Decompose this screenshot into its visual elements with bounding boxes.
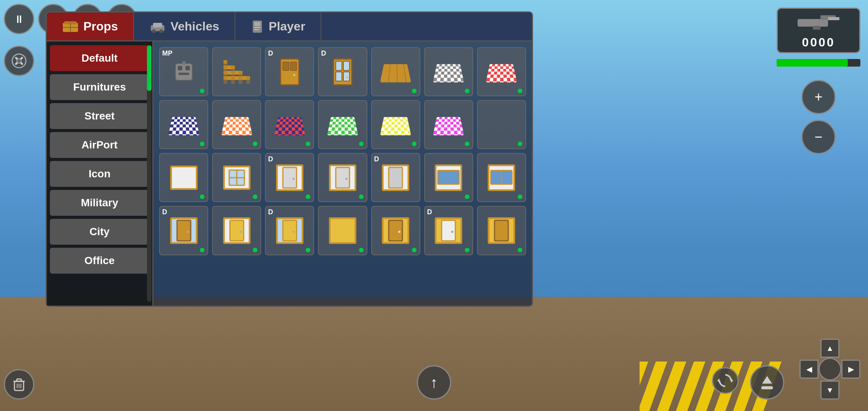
item-checker-bw2[interactable] (159, 100, 208, 149)
rotate-button[interactable] (712, 367, 739, 394)
svg-rect-97 (389, 220, 402, 241)
checker-orange-preview (221, 117, 252, 135)
item-door-yellow-d3[interactable]: D (424, 206, 473, 255)
item-yellow-door-frame[interactable] (371, 206, 420, 255)
window-frame-icon (223, 166, 251, 190)
wall-white-icon (170, 166, 198, 190)
item-yellow-panel[interactable] (318, 206, 367, 255)
item-dot (465, 194, 469, 199)
svg-rect-95 (330, 218, 356, 243)
sidebar-item-icon-label: Icon (89, 168, 111, 180)
item-wood-floor[interactable] (371, 47, 420, 96)
checker-bw2-preview (168, 117, 199, 135)
sidebar-item-airport[interactable]: AirPort (50, 132, 149, 158)
door-wall-d-icon (276, 164, 303, 191)
trash-button[interactable] (4, 369, 34, 400)
dpad-left[interactable]: ◀ (799, 360, 819, 379)
item-stairs[interactable] (212, 47, 261, 96)
dpad-down[interactable]: ▼ (820, 381, 839, 400)
sidebar-item-furnitures[interactable]: Furnitures (50, 74, 149, 100)
tab-props[interactable]: Props (47, 13, 134, 40)
zoom-out-button[interactable]: − (801, 120, 836, 154)
vehicles-icon (149, 20, 166, 33)
door-wall2-icon (329, 164, 356, 191)
svg-rect-42 (254, 22, 260, 26)
sidebar-item-default-label: Default (81, 52, 118, 64)
item-door-wall2[interactable] (318, 153, 367, 202)
item-door-blue-d[interactable]: D (159, 206, 208, 255)
item-blue-window2[interactable] (477, 153, 526, 202)
item-dot (306, 142, 310, 146)
dpad: ▲ ▼ ◀ ▶ (799, 339, 860, 400)
item-badge-d2: D (321, 49, 326, 57)
health-bar-container (777, 59, 860, 67)
tab-player-label: Player (269, 19, 305, 33)
sidebar-item-military-label: Military (81, 197, 118, 209)
item-checker-gw[interactable] (318, 100, 367, 149)
svg-rect-57 (246, 76, 250, 84)
sidebar-item-default[interactable]: Default (50, 45, 149, 71)
dpad-right[interactable]: ▶ (841, 360, 860, 379)
item-wall-white[interactable] (159, 153, 208, 202)
svg-point-61 (293, 74, 295, 76)
item-dot (465, 248, 469, 252)
upload-button[interactable] (750, 365, 784, 400)
item-window-frame[interactable] (212, 153, 261, 202)
tool-button[interactable] (4, 46, 34, 76)
item-checker-yw[interactable] (371, 100, 420, 149)
sidebar-item-military[interactable]: Military (50, 190, 149, 216)
item-checker-rb[interactable] (265, 100, 314, 149)
svg-point-78 (345, 178, 348, 180)
items-grid: MP (153, 41, 532, 306)
player-tab-icon (251, 20, 264, 33)
sidebar-scrollbar[interactable] (147, 45, 152, 302)
dpad-container: ▲ ▼ ◀ ▶ (799, 339, 860, 400)
sidebar-item-office[interactable]: Office (50, 248, 149, 274)
item-dot (200, 142, 204, 146)
yellow-panel-icon (329, 217, 356, 244)
item-dot (518, 248, 522, 252)
item-door-glass[interactable]: D (318, 47, 367, 96)
sidebar-item-city[interactable]: City (50, 219, 149, 245)
svg-rect-46 (178, 66, 182, 70)
item-checker-bw[interactable] (424, 47, 473, 96)
item-yellow-door4[interactable] (477, 206, 526, 255)
svg-rect-54 (223, 60, 227, 84)
door-yellow-panel-icon (223, 217, 251, 244)
wood-floor-preview (380, 64, 411, 82)
svg-rect-63 (336, 61, 342, 70)
item-dot (253, 142, 257, 146)
item-door-brown[interactable]: D (265, 47, 314, 96)
item-door-wall-d[interactable]: D (265, 153, 314, 202)
dpad-up[interactable]: ▲ (820, 339, 839, 358)
item-placeholder-1[interactable] (477, 100, 526, 149)
tab-player[interactable]: Player (235, 13, 321, 40)
checker-rb-preview (274, 117, 305, 135)
item-checker-rw[interactable] (477, 47, 526, 96)
item-dot (412, 142, 416, 146)
item-dot (518, 194, 522, 199)
tab-vehicles[interactable]: Vehicles (134, 13, 235, 40)
svg-rect-77 (336, 167, 349, 188)
up-arrow-button[interactable]: ↑ (417, 365, 451, 400)
svg-rect-55 (231, 65, 235, 84)
sidebar-item-icon[interactable]: Icon (50, 161, 149, 187)
pause-button[interactable]: ⏸ (4, 4, 34, 34)
svg-rect-28 (828, 17, 839, 20)
zoom-in-button[interactable]: + (801, 80, 836, 114)
wrench-icon (11, 53, 27, 69)
item-door-wall-d3[interactable]: D (371, 153, 420, 202)
svg-rect-25 (798, 19, 828, 27)
item-blue-window[interactable] (424, 153, 473, 202)
item-badge-d6: D (268, 208, 273, 216)
item-checker-pw[interactable] (424, 100, 473, 149)
item-robot[interactable]: MP (159, 47, 208, 96)
svg-point-18 (17, 59, 21, 63)
item-door-yellow-d2[interactable]: D (265, 206, 314, 255)
sidebar-item-street-label: Street (85, 110, 115, 122)
sidebar-item-street[interactable]: Street (50, 103, 149, 129)
item-checker-orange[interactable] (212, 100, 261, 149)
svg-point-88 (187, 231, 189, 233)
item-door-yellow-panel[interactable] (212, 206, 261, 255)
svg-rect-90 (230, 220, 244, 241)
